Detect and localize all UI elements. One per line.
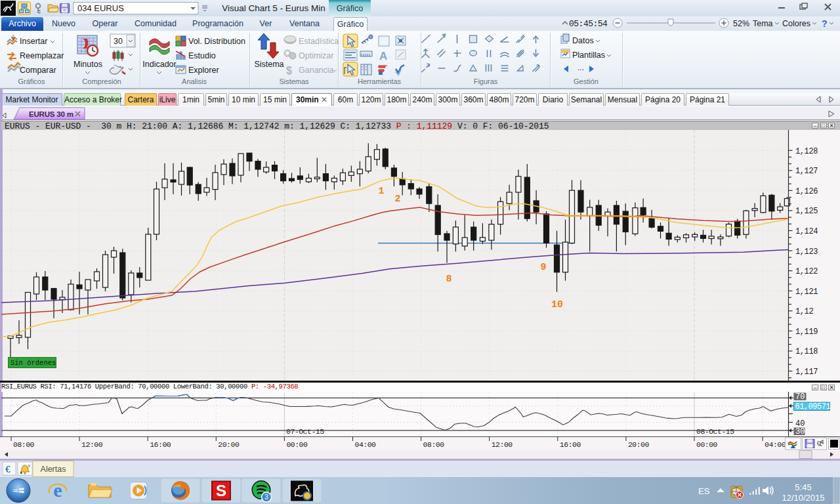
svg-text:16:00: 16:00	[560, 440, 581, 449]
svg-text:Colores: Colores	[782, 19, 810, 28]
svg-text:Estadística: Estadística	[299, 37, 339, 46]
svg-text:08:00: 08:00	[13, 440, 35, 449]
svg-text:2: 2	[394, 194, 400, 205]
svg-text:20:00: 20:00	[218, 440, 240, 449]
svg-text:30: 30	[114, 37, 123, 46]
svg-text:70: 70	[795, 392, 805, 402]
svg-text:...: ...	[578, 63, 584, 72]
svg-text:1,124: 1,124	[795, 227, 818, 236]
svg-text:e: e	[53, 479, 62, 501]
svg-text:04:00: 04:00	[355, 440, 377, 449]
svg-text:00:00: 00:00	[286, 440, 308, 449]
svg-text:EURUS 30 m: EURUS 30 m	[29, 110, 74, 118]
svg-text:Insertar: Insertar	[20, 37, 47, 46]
svg-text:1,128: 1,128	[795, 147, 818, 156]
svg-text:07-Oct-15: 07-Oct-15	[286, 427, 324, 436]
svg-text:Optimizar: Optimizar	[299, 51, 333, 60]
svg-text:20:00: 20:00	[628, 440, 650, 449]
svg-text:9: 9	[540, 262, 546, 273]
svg-text:05:45:54: 05:45:54	[569, 19, 608, 29]
svg-text:Estudio: Estudio	[188, 51, 216, 60]
svg-text:034 EURUS: 034 EURUS	[77, 3, 124, 13]
svg-text:Vol. Distribution: Vol. Distribution	[188, 37, 245, 46]
svg-text:Ganancia: Ganancia	[299, 66, 334, 75]
svg-text:00:00: 00:00	[696, 440, 718, 449]
svg-text:Sistema: Sistema	[254, 60, 284, 69]
svg-text:10: 10	[551, 299, 563, 310]
svg-text:3: 3	[264, 494, 268, 501]
svg-text:1: 1	[378, 186, 384, 197]
svg-text:Datos: Datos	[572, 36, 594, 45]
svg-text:€: €	[5, 464, 10, 474]
svg-text:ES: ES	[698, 486, 710, 496]
svg-text:1,127: 1,127	[795, 167, 818, 176]
svg-text:Plantillas: Plantillas	[572, 51, 605, 60]
svg-text:Indicador: Indicador	[142, 60, 176, 69]
svg-text:?: ?	[822, 18, 828, 29]
svg-text:1,119: 1,119	[795, 327, 818, 337]
svg-text:S: S	[216, 482, 226, 499]
svg-text:1,12: 1,12	[795, 307, 813, 316]
svg-text:Comparar: Comparar	[20, 66, 56, 75]
svg-text:12:00: 12:00	[81, 440, 103, 449]
svg-text:Minutos: Minutos	[74, 60, 102, 69]
svg-text:8: 8	[446, 274, 452, 285]
svg-text:A: A	[379, 50, 387, 62]
svg-text:1,121: 1,121	[795, 287, 818, 297]
svg-text:Explorer: Explorer	[188, 66, 219, 75]
svg-text:Alertas: Alertas	[41, 465, 66, 474]
svg-text:12:00: 12:00	[492, 440, 513, 449]
svg-text:30: 30	[795, 427, 805, 436]
svg-text:12/10/2015: 12/10/2015	[782, 493, 824, 503]
svg-text:1,122: 1,122	[795, 267, 818, 276]
svg-text:1,118: 1,118	[795, 347, 818, 356]
svg-text:1,117: 1,117	[795, 368, 818, 377]
svg-text:Reemplazar: Reemplazar	[20, 51, 64, 60]
svg-text:08:00: 08:00	[423, 440, 445, 449]
svg-text:5:45: 5:45	[795, 482, 811, 492]
svg-text:1,125: 1,125	[795, 207, 818, 216]
svg-text:1,126: 1,126	[795, 187, 818, 196]
svg-text:Visual Chart 5 - Eurus Min: Visual Chart 5 - Eurus Min	[222, 3, 325, 13]
svg-text:Tema: Tema	[753, 19, 773, 28]
svg-text:Sin órdenes: Sin órdenes	[10, 359, 56, 367]
svg-text:16:00: 16:00	[150, 440, 171, 449]
svg-text:08-Oct-15: 08-Oct-15	[696, 427, 734, 436]
svg-text:Gráfico: Gráfico	[337, 4, 363, 13]
svg-text:52%: 52%	[733, 19, 749, 28]
svg-text:1,123: 1,123	[795, 247, 818, 257]
svg-text:$: $	[286, 65, 292, 76]
svg-text:04:00: 04:00	[765, 440, 786, 449]
svg-text:61,09571: 61,09571	[795, 402, 831, 411]
